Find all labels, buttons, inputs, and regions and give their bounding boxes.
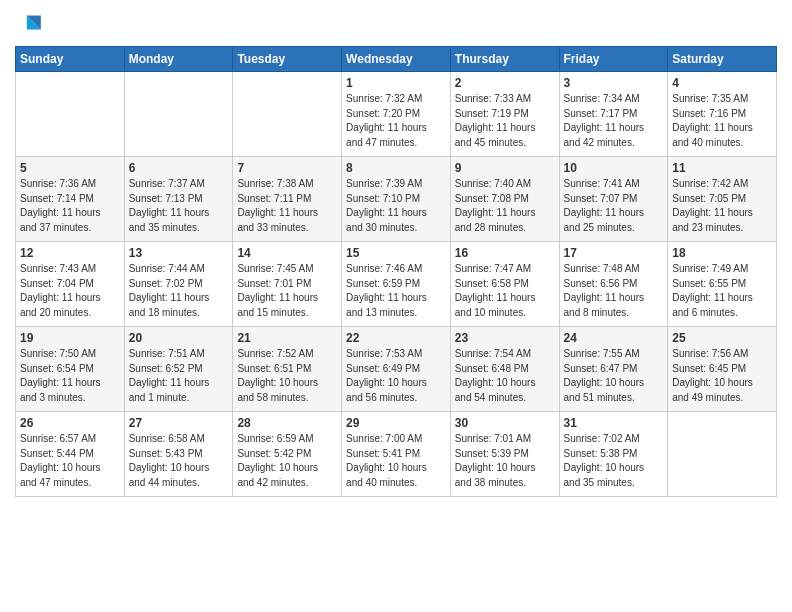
calendar-cell: 19Sunrise: 7:50 AM Sunset: 6:54 PM Dayli… (16, 327, 125, 412)
calendar-cell: 14Sunrise: 7:45 AM Sunset: 7:01 PM Dayli… (233, 242, 342, 327)
day-number: 14 (237, 246, 337, 260)
calendar-cell: 24Sunrise: 7:55 AM Sunset: 6:47 PM Dayli… (559, 327, 668, 412)
calendar-cell: 9Sunrise: 7:40 AM Sunset: 7:08 PM Daylig… (450, 157, 559, 242)
calendar-cell: 5Sunrise: 7:36 AM Sunset: 7:14 PM Daylig… (16, 157, 125, 242)
day-info: Sunrise: 7:02 AM Sunset: 5:38 PM Dayligh… (564, 432, 664, 490)
day-number: 20 (129, 331, 229, 345)
day-number: 4 (672, 76, 772, 90)
day-info: Sunrise: 7:33 AM Sunset: 7:19 PM Dayligh… (455, 92, 555, 150)
calendar-cell: 23Sunrise: 7:54 AM Sunset: 6:48 PM Dayli… (450, 327, 559, 412)
day-info: Sunrise: 7:41 AM Sunset: 7:07 PM Dayligh… (564, 177, 664, 235)
calendar-week-row: 12Sunrise: 7:43 AM Sunset: 7:04 PM Dayli… (16, 242, 777, 327)
day-info: Sunrise: 7:53 AM Sunset: 6:49 PM Dayligh… (346, 347, 446, 405)
calendar-cell: 13Sunrise: 7:44 AM Sunset: 7:02 PM Dayli… (124, 242, 233, 327)
day-info: Sunrise: 7:32 AM Sunset: 7:20 PM Dayligh… (346, 92, 446, 150)
day-info: Sunrise: 7:39 AM Sunset: 7:10 PM Dayligh… (346, 177, 446, 235)
day-info: Sunrise: 7:49 AM Sunset: 6:55 PM Dayligh… (672, 262, 772, 320)
day-info: Sunrise: 7:45 AM Sunset: 7:01 PM Dayligh… (237, 262, 337, 320)
day-number: 28 (237, 416, 337, 430)
day-info: Sunrise: 7:47 AM Sunset: 6:58 PM Dayligh… (455, 262, 555, 320)
calendar-cell: 12Sunrise: 7:43 AM Sunset: 7:04 PM Dayli… (16, 242, 125, 327)
weekday-header-row: SundayMondayTuesdayWednesdayThursdayFrid… (16, 47, 777, 72)
day-number: 21 (237, 331, 337, 345)
day-number: 12 (20, 246, 120, 260)
calendar-cell: 31Sunrise: 7:02 AM Sunset: 5:38 PM Dayli… (559, 412, 668, 497)
calendar-cell: 10Sunrise: 7:41 AM Sunset: 7:07 PM Dayli… (559, 157, 668, 242)
calendar-cell: 15Sunrise: 7:46 AM Sunset: 6:59 PM Dayli… (342, 242, 451, 327)
day-info: Sunrise: 6:59 AM Sunset: 5:42 PM Dayligh… (237, 432, 337, 490)
day-info: Sunrise: 7:52 AM Sunset: 6:51 PM Dayligh… (237, 347, 337, 405)
day-info: Sunrise: 7:55 AM Sunset: 6:47 PM Dayligh… (564, 347, 664, 405)
day-number: 24 (564, 331, 664, 345)
day-number: 10 (564, 161, 664, 175)
day-info: Sunrise: 7:37 AM Sunset: 7:13 PM Dayligh… (129, 177, 229, 235)
calendar-week-row: 1Sunrise: 7:32 AM Sunset: 7:20 PM Daylig… (16, 72, 777, 157)
calendar-cell (16, 72, 125, 157)
calendar-cell: 18Sunrise: 7:49 AM Sunset: 6:55 PM Dayli… (668, 242, 777, 327)
calendar-cell: 22Sunrise: 7:53 AM Sunset: 6:49 PM Dayli… (342, 327, 451, 412)
day-number: 19 (20, 331, 120, 345)
day-info: Sunrise: 7:51 AM Sunset: 6:52 PM Dayligh… (129, 347, 229, 405)
calendar-week-row: 19Sunrise: 7:50 AM Sunset: 6:54 PM Dayli… (16, 327, 777, 412)
calendar-week-row: 5Sunrise: 7:36 AM Sunset: 7:14 PM Daylig… (16, 157, 777, 242)
weekday-header-cell: Tuesday (233, 47, 342, 72)
day-number: 27 (129, 416, 229, 430)
day-info: Sunrise: 7:34 AM Sunset: 7:17 PM Dayligh… (564, 92, 664, 150)
weekday-header-cell: Sunday (16, 47, 125, 72)
header (15, 10, 777, 38)
day-info: Sunrise: 7:54 AM Sunset: 6:48 PM Dayligh… (455, 347, 555, 405)
day-number: 31 (564, 416, 664, 430)
day-number: 30 (455, 416, 555, 430)
day-number: 15 (346, 246, 446, 260)
main-container: SundayMondayTuesdayWednesdayThursdayFrid… (0, 0, 792, 512)
day-info: Sunrise: 7:46 AM Sunset: 6:59 PM Dayligh… (346, 262, 446, 320)
day-number: 5 (20, 161, 120, 175)
day-info: Sunrise: 7:44 AM Sunset: 7:02 PM Dayligh… (129, 262, 229, 320)
calendar-cell: 29Sunrise: 7:00 AM Sunset: 5:41 PM Dayli… (342, 412, 451, 497)
day-info: Sunrise: 7:01 AM Sunset: 5:39 PM Dayligh… (455, 432, 555, 490)
calendar-cell: 4Sunrise: 7:35 AM Sunset: 7:16 PM Daylig… (668, 72, 777, 157)
calendar-cell: 26Sunrise: 6:57 AM Sunset: 5:44 PM Dayli… (16, 412, 125, 497)
day-number: 6 (129, 161, 229, 175)
calendar-cell: 30Sunrise: 7:01 AM Sunset: 5:39 PM Dayli… (450, 412, 559, 497)
calendar-cell: 11Sunrise: 7:42 AM Sunset: 7:05 PM Dayli… (668, 157, 777, 242)
day-number: 7 (237, 161, 337, 175)
logo (15, 10, 45, 38)
calendar-cell (124, 72, 233, 157)
day-number: 3 (564, 76, 664, 90)
calendar-cell (233, 72, 342, 157)
calendar-cell (668, 412, 777, 497)
day-number: 18 (672, 246, 772, 260)
calendar-cell: 21Sunrise: 7:52 AM Sunset: 6:51 PM Dayli… (233, 327, 342, 412)
day-number: 23 (455, 331, 555, 345)
calendar-cell: 16Sunrise: 7:47 AM Sunset: 6:58 PM Dayli… (450, 242, 559, 327)
day-number: 16 (455, 246, 555, 260)
calendar-cell: 6Sunrise: 7:37 AM Sunset: 7:13 PM Daylig… (124, 157, 233, 242)
day-info: Sunrise: 7:43 AM Sunset: 7:04 PM Dayligh… (20, 262, 120, 320)
day-info: Sunrise: 7:50 AM Sunset: 6:54 PM Dayligh… (20, 347, 120, 405)
calendar-cell: 1Sunrise: 7:32 AM Sunset: 7:20 PM Daylig… (342, 72, 451, 157)
day-info: Sunrise: 7:38 AM Sunset: 7:11 PM Dayligh… (237, 177, 337, 235)
day-number: 2 (455, 76, 555, 90)
day-info: Sunrise: 7:36 AM Sunset: 7:14 PM Dayligh… (20, 177, 120, 235)
day-info: Sunrise: 7:56 AM Sunset: 6:45 PM Dayligh… (672, 347, 772, 405)
calendar-cell: 8Sunrise: 7:39 AM Sunset: 7:10 PM Daylig… (342, 157, 451, 242)
calendar-cell: 7Sunrise: 7:38 AM Sunset: 7:11 PM Daylig… (233, 157, 342, 242)
calendar-cell: 17Sunrise: 7:48 AM Sunset: 6:56 PM Dayli… (559, 242, 668, 327)
day-number: 17 (564, 246, 664, 260)
day-info: Sunrise: 6:58 AM Sunset: 5:43 PM Dayligh… (129, 432, 229, 490)
day-number: 29 (346, 416, 446, 430)
weekday-header-cell: Friday (559, 47, 668, 72)
day-info: Sunrise: 7:00 AM Sunset: 5:41 PM Dayligh… (346, 432, 446, 490)
day-number: 22 (346, 331, 446, 345)
weekday-header-cell: Monday (124, 47, 233, 72)
weekday-header-cell: Wednesday (342, 47, 451, 72)
weekday-header-cell: Thursday (450, 47, 559, 72)
day-number: 1 (346, 76, 446, 90)
calendar-cell: 3Sunrise: 7:34 AM Sunset: 7:17 PM Daylig… (559, 72, 668, 157)
calendar-cell: 2Sunrise: 7:33 AM Sunset: 7:19 PM Daylig… (450, 72, 559, 157)
day-info: Sunrise: 6:57 AM Sunset: 5:44 PM Dayligh… (20, 432, 120, 490)
day-number: 11 (672, 161, 772, 175)
calendar-body: 1Sunrise: 7:32 AM Sunset: 7:20 PM Daylig… (16, 72, 777, 497)
weekday-header-cell: Saturday (668, 47, 777, 72)
